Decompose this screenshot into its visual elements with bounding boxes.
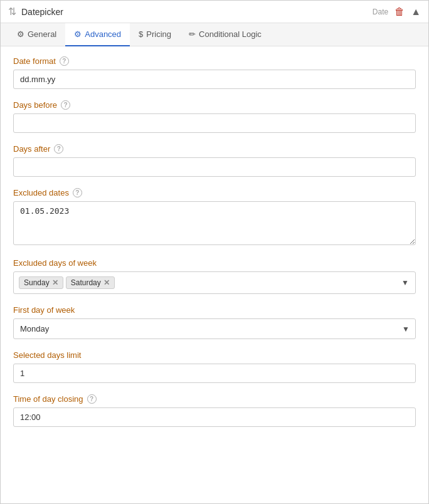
first-day-label: First day of week (13, 305, 416, 315)
title-bar-actions: Date 🗑 ▲ (373, 6, 421, 18)
days-after-group: Days after ? (13, 144, 416, 177)
days-before-input[interactable] (13, 113, 416, 133)
conditional-logic-tab-icon: ✏ (189, 29, 196, 39)
date-format-input[interactable] (13, 70, 416, 89)
drag-icon: ⇅ (8, 6, 16, 18)
tag-saturday-label: Saturday (71, 278, 101, 287)
selected-days-limit-label-text: Selected days limit (13, 350, 81, 360)
excluded-dates-textarea[interactable]: 01.05.2023 (13, 201, 416, 245)
collapse-button[interactable]: ▲ (411, 6, 421, 18)
selected-days-limit-group: Selected days limit (13, 350, 416, 383)
tag-sunday: Sunday ✕ (19, 276, 63, 289)
window: ⇅ Datepicker Date 🗑 ▲ ⚙ General ⚙ Advanc… (0, 0, 429, 504)
first-day-group: First day of week Monday Sunday Tuesday … (13, 305, 416, 339)
title-bar: ⇅ Datepicker Date 🗑 ▲ (1, 1, 428, 23)
time-of-day-closing-help-icon[interactable]: ? (87, 394, 97, 404)
date-format-help-icon[interactable]: ? (60, 56, 69, 66)
date-format-label: Date format ? (13, 56, 416, 66)
tag-sunday-label: Sunday (24, 278, 50, 287)
days-after-input[interactable] (13, 157, 416, 177)
selected-days-limit-input[interactable] (13, 364, 416, 383)
first-day-label-text: First day of week (13, 305, 75, 315)
selected-days-limit-label: Selected days limit (13, 350, 416, 360)
tab-pricing[interactable]: $ Pricing (130, 23, 180, 46)
time-of-day-closing-input[interactable] (13, 407, 416, 427)
time-of-day-closing-group: Time of day closing ? (13, 394, 416, 427)
days-after-help-icon[interactable]: ? (54, 144, 63, 154)
days-before-label: Days before ? (13, 100, 416, 110)
time-of-day-closing-label: Time of day closing ? (13, 394, 416, 404)
title-bar-date-label: Date (373, 8, 388, 16)
first-day-select-wrapper: Monday Sunday Tuesday ▼ (13, 318, 416, 339)
tag-saturday-remove[interactable]: ✕ (103, 278, 110, 287)
excluded-days-label: Excluded days of week (13, 258, 416, 268)
tab-conditional-logic-label: Conditional Logic (199, 29, 262, 39)
days-after-label-text: Days after (13, 144, 50, 154)
days-before-label-text: Days before (13, 100, 57, 110)
delete-button[interactable]: 🗑 (395, 6, 405, 18)
pricing-tab-icon: $ (139, 29, 143, 39)
tag-sunday-remove[interactable]: ✕ (52, 278, 58, 287)
excluded-days-select[interactable]: Sunday ✕ Saturday ✕ ▼ (13, 271, 416, 294)
first-day-select[interactable]: Monday Sunday Tuesday (13, 318, 416, 339)
tag-saturday: Saturday ✕ (66, 276, 115, 289)
time-of-day-closing-label-text: Time of day closing (13, 394, 83, 404)
excluded-days-group: Excluded days of week Sunday ✕ Saturday … (13, 258, 416, 294)
excluded-days-label-text: Excluded days of week (13, 258, 97, 268)
excluded-dates-label: Excluded dates ? (13, 188, 416, 197)
days-before-group: Days before ? (13, 100, 416, 133)
tab-pricing-label: Pricing (146, 29, 171, 39)
advanced-tab-icon: ⚙ (74, 29, 82, 39)
tab-conditional-logic[interactable]: ✏ Conditional Logic (180, 23, 270, 46)
tab-advanced[interactable]: ⚙ Advanced (65, 23, 130, 46)
excluded-dates-help-icon[interactable]: ? (73, 188, 82, 197)
days-before-help-icon[interactable]: ? (61, 100, 70, 110)
excluded-days-dropdown-arrow: ▼ (401, 278, 409, 287)
general-tab-icon: ⚙ (17, 29, 24, 39)
date-format-label-text: Date format (13, 56, 56, 66)
date-format-group: Date format ? (13, 56, 416, 89)
tab-general[interactable]: ⚙ General (8, 23, 65, 46)
days-after-label: Days after ? (13, 144, 416, 154)
title-bar-title: Datepicker (21, 7, 373, 17)
tabs-bar: ⚙ General ⚙ Advanced $ Pricing ✏ Conditi… (1, 23, 428, 46)
excluded-dates-label-text: Excluded dates (13, 188, 69, 197)
excluded-dates-group: Excluded dates ? 01.05.2023 (13, 188, 416, 247)
tab-advanced-label: Advanced (85, 29, 121, 39)
tab-general-label: General (28, 29, 56, 39)
content-area: Date format ? Days before ? Days after ? (1, 46, 428, 448)
